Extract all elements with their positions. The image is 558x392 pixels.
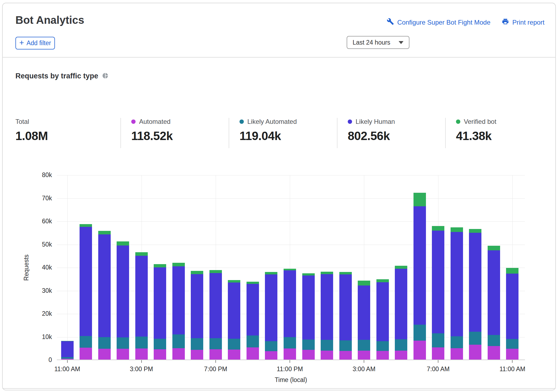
bar-8-00-pm-9[interactable] bbox=[228, 175, 240, 360]
bar-segment-likely-automated bbox=[506, 339, 518, 349]
bar-segment-automated bbox=[172, 348, 185, 360]
bar-segment-likely-automated bbox=[413, 325, 426, 341]
bar-10-00-am-23[interactable] bbox=[488, 175, 500, 360]
printer-icon bbox=[502, 18, 509, 27]
pie-chart-icon bbox=[102, 72, 109, 80]
y-tick-label: 30k bbox=[5, 287, 52, 294]
x-tick-label: 3:00 AM bbox=[353, 366, 375, 373]
bar-segment-likely-human bbox=[154, 267, 166, 339]
bar-segment-verified-bot bbox=[451, 227, 463, 232]
bar-segment-likely-automated bbox=[247, 335, 259, 347]
page-title: Bot Analytics bbox=[15, 14, 84, 26]
x-tick-label: 11:00 PM bbox=[277, 366, 303, 373]
legend-dot-verified-bot bbox=[456, 119, 460, 124]
bar-9-00-am-22[interactable] bbox=[469, 175, 481, 360]
chevron-down-icon bbox=[399, 41, 403, 44]
bar-11-00-am-0[interactable] bbox=[61, 175, 74, 360]
bar-segment-automated bbox=[432, 347, 444, 360]
print-report-link[interactable]: Print report bbox=[502, 18, 544, 27]
bar-segment-likely-human bbox=[98, 234, 111, 337]
header-divider bbox=[2, 57, 556, 58]
section-title: Requests by traffic type bbox=[15, 72, 98, 80]
bar-3-00-am-16[interactable] bbox=[358, 175, 370, 360]
bar-segment-likely-human bbox=[265, 274, 277, 341]
bar-8-00-am-21[interactable] bbox=[451, 175, 463, 360]
chart: Requests Time (local) 010k20k30k40k50k60… bbox=[0, 170, 558, 387]
bar-segment-automated bbox=[488, 346, 500, 360]
bar-segment-likely-human bbox=[321, 274, 333, 340]
bar-11-00-pm-12[interactable] bbox=[284, 175, 296, 360]
bar-3-00-pm-4[interactable] bbox=[135, 175, 148, 360]
bar-segment-likely-human bbox=[117, 245, 129, 337]
bar-5-00-am-18[interactable] bbox=[395, 175, 407, 360]
bar-segment-verified-bot bbox=[172, 263, 185, 267]
bar-segment-automated bbox=[321, 351, 333, 360]
stat-label: Likely Automated bbox=[239, 118, 334, 125]
bar-12-00-am-13[interactable] bbox=[302, 175, 315, 360]
bar-segment-verified-bot bbox=[488, 246, 500, 250]
bar-10-00-pm-11[interactable] bbox=[265, 175, 277, 360]
bar-segment-likely-human bbox=[228, 283, 240, 339]
bar-4-00-am-17[interactable] bbox=[376, 175, 389, 360]
bar-segment-likely-human bbox=[209, 273, 222, 338]
bar-segment-automated bbox=[284, 348, 296, 360]
bar-segment-automated bbox=[135, 348, 148, 360]
bar-segment-likely-human bbox=[413, 206, 426, 325]
y-tick-label: 70k bbox=[5, 195, 52, 202]
bar-4-00-pm-5[interactable] bbox=[154, 175, 166, 360]
stat-verified-bot: Verified bot41.38k bbox=[445, 118, 545, 148]
stat-label-text: Verified bot bbox=[464, 118, 496, 125]
bar-segment-verified-bot bbox=[191, 271, 203, 274]
y-tick-label: 50k bbox=[5, 241, 52, 248]
bar-7-00-pm-8[interactable] bbox=[209, 175, 222, 360]
bar-6-00-pm-7[interactable] bbox=[191, 175, 203, 360]
section-title-row: Requests by traffic type bbox=[15, 72, 109, 80]
bar-segment-verified-bot bbox=[135, 252, 148, 256]
add-filter-label: Add filter bbox=[27, 39, 51, 47]
bar-1-00-pm-2[interactable] bbox=[98, 175, 111, 360]
bar-segment-likely-human bbox=[61, 341, 74, 357]
bar-9-00-pm-10[interactable] bbox=[247, 175, 259, 360]
bar-segment-likely-human bbox=[135, 256, 148, 336]
bar-segment-automated bbox=[98, 349, 111, 360]
bar-5-00-pm-6[interactable] bbox=[172, 175, 185, 360]
bar-segment-likely-human bbox=[506, 274, 518, 339]
bar-1-00-am-14[interactable] bbox=[321, 175, 333, 360]
bar-segment-likely-automated bbox=[172, 334, 185, 348]
x-tick-label: 7:00 AM bbox=[427, 366, 449, 373]
bar-segment-likely-automated bbox=[469, 332, 481, 345]
bar-segment-verified-bot bbox=[395, 266, 407, 269]
time-range-dropdown[interactable]: Last 24 hours bbox=[347, 36, 409, 49]
bar-segment-verified-bot bbox=[61, 341, 74, 341]
add-filter-button[interactable]: + Add filter bbox=[15, 37, 55, 49]
legend-dot-automated bbox=[131, 119, 136, 124]
bar-segment-likely-human bbox=[432, 231, 444, 333]
bar-12-00-pm-1[interactable] bbox=[80, 175, 92, 360]
y-tick-label: 80k bbox=[5, 171, 52, 179]
bar-segment-verified-bot bbox=[98, 231, 111, 235]
bar-segment-verified-bot bbox=[339, 272, 352, 274]
bar-segment-likely-automated bbox=[228, 339, 240, 350]
stat-label: Likely Human bbox=[348, 118, 442, 125]
configure-super-bot-fight-mode-link[interactable]: Configure Super Bot Fight Mode bbox=[387, 18, 490, 27]
bar-segment-likely-automated bbox=[117, 337, 129, 349]
bar-segment-verified-bot bbox=[358, 281, 370, 285]
x-tick-label: 7:00 PM bbox=[204, 366, 227, 373]
bar-segment-automated bbox=[117, 349, 129, 360]
bar-segment-automated bbox=[154, 349, 166, 360]
bar-segment-verified-bot bbox=[80, 224, 92, 227]
bar-segment-verified-bot bbox=[376, 279, 389, 282]
bar-2-00-am-15[interactable] bbox=[339, 175, 352, 360]
bar-segment-likely-human bbox=[80, 227, 92, 336]
bar-segment-automated bbox=[451, 348, 463, 360]
bar-7-00-am-20[interactable] bbox=[432, 175, 444, 360]
bar-segment-likely-human bbox=[451, 232, 463, 336]
bar-segment-likely-automated bbox=[488, 335, 500, 346]
bar-6-00-am-19[interactable] bbox=[413, 175, 426, 360]
bar-segment-automated bbox=[506, 349, 518, 360]
stat-label: Verified bot bbox=[456, 118, 543, 125]
bar-2-00-pm-3[interactable] bbox=[117, 175, 129, 360]
x-tick-mark bbox=[290, 360, 290, 363]
bar-11-00-am-24[interactable] bbox=[506, 175, 518, 360]
bar-segment-likely-automated bbox=[191, 338, 203, 350]
